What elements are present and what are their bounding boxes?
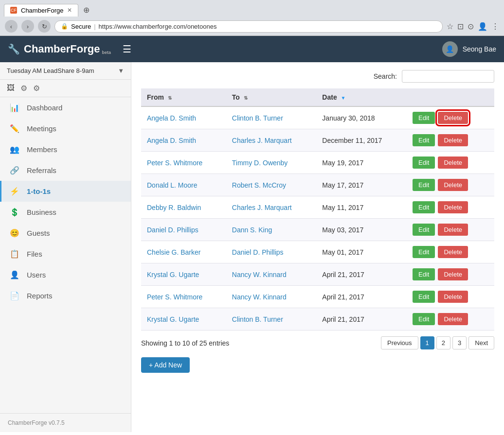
sidebar-item-business[interactable]: 💲Business [0, 202, 131, 223]
cell-actions: Edit Delete [407, 263, 494, 286]
sort-date-icon: ▼ [341, 95, 346, 101]
edit-button[interactable]: Edit [413, 201, 435, 213]
tab-close-button[interactable]: ✕ [67, 7, 72, 14]
delete-button[interactable]: Delete [438, 201, 468, 213]
nav-icon-business: 💲 [9, 208, 20, 217]
cell-date: May 19, 2017 [316, 152, 407, 174]
sidebar-image-icon[interactable]: 🖼 [7, 84, 15, 93]
delete-button[interactable]: Delete [438, 112, 468, 124]
edit-button[interactable]: Edit [413, 268, 435, 280]
cell-from[interactable]: Krystal G. Ugarte [141, 263, 226, 286]
cell-to[interactable]: Robert S. McCroy [226, 174, 317, 196]
sidebar-item-referrals[interactable]: 🔗Referrals [0, 160, 131, 181]
col-date[interactable]: Date ▼ [316, 88, 407, 106]
cell-to[interactable]: Clinton B. Turner [226, 308, 317, 331]
sort-from-icon: ⇅ [168, 95, 172, 101]
tab-bar: CF ChamberForge ✕ ⊕ [0, 0, 504, 17]
sidebar-item-files[interactable]: 📋Files [0, 244, 131, 264]
nav-icon-one-to-ones: ⚡ [9, 187, 20, 196]
search-input[interactable] [402, 70, 494, 83]
delete-button[interactable]: Delete [438, 157, 468, 169]
browser-actions: ☆ ⊡ ⊙ 👤 ⋮ [447, 22, 499, 31]
page-3-button[interactable]: 3 [452, 336, 467, 349]
col-to[interactable]: To ⇅ [226, 88, 317, 106]
sidebar-item-members[interactable]: 👥Members [0, 139, 131, 160]
sidebar-item-one-to-ones[interactable]: ⚡1-to-1s [0, 181, 131, 202]
cell-from[interactable]: Donald L. Moore [141, 174, 226, 196]
delete-button[interactable]: Delete [438, 268, 468, 280]
star-icon[interactable]: ☆ [447, 22, 453, 31]
table-row: Angela D. Smith Clinton B. Turner Januar… [141, 106, 494, 129]
edit-button[interactable]: Edit [413, 134, 435, 146]
delete-button[interactable]: Delete [438, 134, 468, 146]
table-row: Angela D. Smith Charles J. Marquart Dece… [141, 129, 494, 152]
cell-to[interactable]: Charles J. Marquart [226, 196, 317, 219]
sidebar-gear-icon[interactable]: ⚙ [20, 84, 27, 93]
next-button[interactable]: Next [468, 336, 494, 349]
cell-to[interactable]: Daniel D. Phillips [226, 241, 317, 263]
cell-actions: Edit Delete [407, 106, 494, 129]
cell-from[interactable]: Daniel D. Phillips [141, 219, 226, 241]
cast-icon[interactable]: ⊡ [457, 22, 464, 31]
screenshot-icon[interactable]: ⊙ [468, 22, 474, 31]
cell-actions: Edit Delete [407, 241, 494, 263]
prev-button[interactable]: Previous [381, 336, 418, 349]
forward-button[interactable]: › [21, 20, 34, 33]
add-new-button[interactable]: + Add New [141, 357, 190, 373]
back-button[interactable]: ‹ [5, 20, 18, 33]
table-row: Krystal G. Ugarte Clinton B. Turner Apri… [141, 308, 494, 331]
col-from[interactable]: From ⇅ [141, 88, 226, 106]
cell-actions: Edit Delete [407, 174, 494, 196]
sidebar-item-users[interactable]: 👤Users [0, 264, 131, 285]
nav-icon-members: 👥 [9, 145, 20, 154]
cell-to[interactable]: Clinton B. Turner [226, 106, 317, 129]
nav-label-one-to-ones: 1-to-1s [27, 187, 51, 195]
delete-button[interactable]: Delete [438, 224, 468, 236]
browser-chrome: CF ChamberForge ✕ ⊕ ‹ › ↻ 🔒 Secure | htt… [0, 0, 504, 36]
tab-favicon: CF [10, 7, 17, 14]
cell-from[interactable]: Peter S. Whitmore [141, 286, 226, 308]
sidebar-settings-icon[interactable]: ⚙ [33, 84, 40, 93]
menu-icon[interactable]: ⋮ [491, 22, 499, 31]
edit-button[interactable]: Edit [413, 291, 435, 303]
cell-to[interactable]: Dann S. King [226, 219, 317, 241]
cell-to[interactable]: Charles J. Marquart [226, 129, 317, 152]
delete-button[interactable]: Delete [438, 313, 468, 325]
sidebar-item-guests[interactable]: 😊Guests [0, 223, 131, 244]
sidebar-item-dashboard[interactable]: 📊Dashboard [0, 97, 131, 118]
col-actions [407, 88, 494, 106]
page-2-button[interactable]: 2 [436, 336, 450, 349]
new-tab-button[interactable]: ⊕ [78, 3, 94, 17]
delete-button[interactable]: Delete [438, 179, 468, 191]
cell-actions: Edit Delete [407, 152, 494, 174]
sidebar-item-meetings[interactable]: ✏️Meetings [0, 118, 131, 139]
edit-button[interactable]: Edit [413, 313, 435, 325]
cell-to[interactable]: Nancy W. Kinnard [226, 286, 317, 308]
group-selector[interactable]: Tuesday AM LeadShare 8-9am ▼ [0, 62, 131, 80]
cell-from[interactable]: Krystal G. Ugarte [141, 308, 226, 331]
cell-from[interactable]: Angela D. Smith [141, 129, 226, 152]
cell-from[interactable]: Angela D. Smith [141, 106, 226, 129]
edit-button[interactable]: Edit [413, 157, 435, 169]
reload-button[interactable]: ↻ [38, 20, 51, 33]
page-1-button[interactable]: 1 [420, 336, 434, 349]
url-bar[interactable]: 🔒 Secure | https://www.chamberforge.com/… [54, 20, 443, 33]
cell-to[interactable]: Timmy D. Owenby [226, 152, 317, 174]
edit-button[interactable]: Edit [413, 179, 435, 191]
cell-actions: Edit Delete [407, 308, 494, 331]
delete-button[interactable]: Delete [438, 291, 468, 303]
cell-from[interactable]: Peter S. Whitmore [141, 152, 226, 174]
hamburger-button[interactable]: ☰ [123, 43, 131, 55]
cell-to[interactable]: Nancy W. Kinnard [226, 263, 317, 286]
user-name: Seong Bae [463, 45, 496, 53]
browser-tab[interactable]: CF ChamberForge ✕ [4, 4, 78, 17]
profile-icon[interactable]: 👤 [478, 22, 487, 31]
sidebar-item-reports[interactable]: 📄Reports [0, 285, 131, 306]
edit-button[interactable]: Edit [413, 224, 435, 236]
cell-from[interactable]: Chelsie G. Barker [141, 241, 226, 263]
edit-button[interactable]: Edit [413, 112, 435, 124]
delete-button[interactable]: Delete [438, 246, 468, 258]
cell-from[interactable]: Debby R. Baldwin [141, 196, 226, 219]
cell-date: May 01, 2017 [316, 241, 407, 263]
edit-button[interactable]: Edit [413, 246, 435, 258]
